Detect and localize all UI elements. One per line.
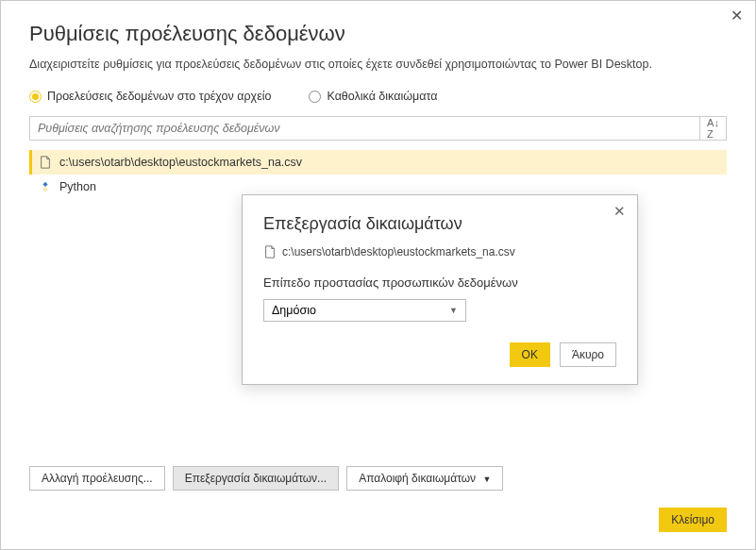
radio-current-file[interactable]: Προελεύσεις δεδομένων στο τρέχον αρχείο <box>29 90 271 103</box>
button-label: Απαλοιφή δικαιωμάτων <box>359 472 476 485</box>
search-input[interactable] <box>29 116 700 141</box>
window-close-icon[interactable]: ✕ <box>727 7 746 25</box>
change-source-button[interactable]: Αλλαγή προέλευσης... <box>29 466 165 491</box>
dialog-title: Επεξεργασία δικαιωμάτων <box>263 214 616 234</box>
privacy-level-select[interactable]: Δημόσιο ▼ <box>263 299 466 322</box>
dialog-path: c:\users\otarb\desktop\eustockmarkets_na… <box>282 245 515 258</box>
chevron-down-icon: ▼ <box>449 306 458 315</box>
close-button[interactable]: Κλείσιμο <box>659 508 727 532</box>
dialog-close-icon[interactable]: ✕ <box>611 203 628 220</box>
list-item-label: c:\users\otarb\desktop\eustockmarkets_na… <box>59 156 302 169</box>
clear-permissions-button[interactable]: Απαλοιφή δικαιωμάτων ▼ <box>346 466 503 491</box>
select-value: Δημόσιο <box>272 304 316 317</box>
file-icon <box>39 156 52 169</box>
radio-label: Καθολικά δικαιώματα <box>327 90 437 103</box>
chevron-down-icon: ▼ <box>482 475 491 484</box>
cancel-button[interactable]: Άκυρο <box>560 342 616 367</box>
ok-button[interactable]: OK <box>510 342 550 367</box>
list-item[interactable]: c:\users\otarb\desktop\eustockmarkets_na… <box>29 150 727 175</box>
page-subtitle: Διαχειριστείτε ρυθμίσεις για προελεύσεις… <box>29 58 727 71</box>
radio-label: Προελεύσεις δεδομένων στο τρέχον αρχείο <box>47 90 271 103</box>
edit-permissions-dialog: ✕ Επεξεργασία δικαιωμάτων c:\users\otarb… <box>242 194 638 385</box>
edit-permissions-button[interactable]: Επεξεργασία δικαιωμάτων... <box>173 466 339 491</box>
python-icon <box>39 180 52 193</box>
radio-icon <box>29 91 42 103</box>
data-source-list: c:\users\otarb\desktop\eustockmarkets_na… <box>29 150 727 199</box>
page-title: Ρυθμίσεις προέλευσης δεδομένων <box>29 22 727 46</box>
radio-global-permissions[interactable]: Καθολικά δικαιώματα <box>309 90 437 103</box>
privacy-level-label: Επίπεδο προστασίας προσωπικών δεδομένων <box>263 275 616 292</box>
radio-icon <box>309 91 321 103</box>
sort-icon: A↓Z <box>707 117 719 140</box>
sort-button[interactable]: A↓Z <box>700 116 727 141</box>
file-icon <box>263 245 277 258</box>
list-item-label: Python <box>59 180 96 193</box>
